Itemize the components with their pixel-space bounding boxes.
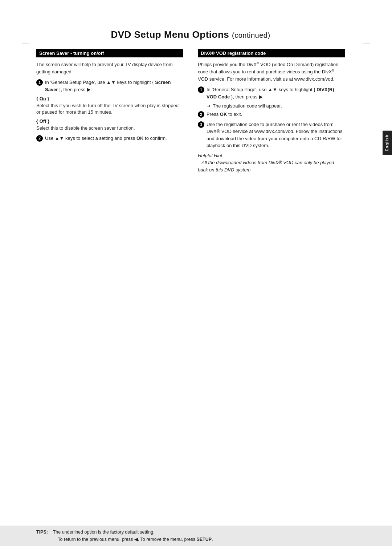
corner-mark-bottom-left xyxy=(22,551,29,555)
helpful-hint: Helpful Hint: – All the downloaded video… xyxy=(198,152,345,174)
divx-step1-number: 1 xyxy=(198,86,204,93)
divx-step3-number: 3 xyxy=(198,121,204,128)
two-column-layout: Screen Saver - turning on/off The screen… xyxy=(36,49,345,173)
divx-step1: 1 In 'General Setup Page', use ▲▼ keys t… xyxy=(198,86,345,100)
step1-text: In 'General Setup Page', use ▲▼ keys to … xyxy=(45,79,183,93)
page-title: DVD Setup Menu Options (continued) xyxy=(36,29,345,40)
helpful-hint-label: Helpful Hint: xyxy=(198,153,224,158)
helpful-hint-text: – All the downloaded videos from DivX® V… xyxy=(198,160,334,173)
english-tab: English xyxy=(383,131,392,155)
on-desc: Select this if you wish to turn off the … xyxy=(36,102,183,116)
divx-step3: 3 Use the registration code to purchase … xyxy=(198,121,345,149)
divx-step1-text: In 'General Setup Page', use ▲▼ keys to … xyxy=(207,86,345,100)
step2-text: Use ▲▼ keys to select a setting and pres… xyxy=(45,135,183,142)
divx-step3-text: Use the registration code to purchase or… xyxy=(207,121,345,149)
page-wrapper: English DVD Setup Menu Options (continue… xyxy=(0,29,392,555)
left-column: Screen Saver - turning on/off The screen… xyxy=(36,49,183,145)
tips-bar: TIPS: The underlined option is the facto… xyxy=(0,526,392,546)
divx-intro: Philips provide you the DivX® VOD (Video… xyxy=(198,61,345,82)
screen-saver-step2: 2 Use ▲▼ keys to select a setting and pr… xyxy=(36,135,183,142)
on-section: { On } Select this if you wish to turn o… xyxy=(36,96,183,116)
right-column: DivX® VOD registration code Philips prov… xyxy=(198,49,345,173)
divx-step2-text: Press OK to exit. xyxy=(207,111,345,118)
registration-code-note: ➜ The registration code will appear. xyxy=(207,103,345,109)
corner-mark-bottom-right xyxy=(363,551,370,555)
screen-saver-step1: 1 In 'General Setup Page', use ▲▼ keys t… xyxy=(36,79,183,93)
registration-note-text: The registration code will appear. xyxy=(213,103,282,109)
tips-label: TIPS: xyxy=(36,530,48,535)
corner-mark-top-left xyxy=(22,44,29,51)
divx-step2: 2 Press OK to exit. xyxy=(198,111,345,118)
screen-saver-intro: The screen saver will help to prevent yo… xyxy=(36,61,183,75)
off-section: { Off } Select this to disable the scree… xyxy=(36,118,183,131)
corner-mark-top-right xyxy=(363,44,370,51)
off-label: { Off } xyxy=(36,118,183,124)
main-content: DVD Setup Menu Options (continued) Scree… xyxy=(36,29,356,173)
arrow-symbol: ➜ xyxy=(207,103,211,109)
tips-underlined-option: underlined option xyxy=(62,530,97,535)
tips-line1: The underlined option is the factory def… xyxy=(53,530,155,535)
divx-header: DivX® VOD registration code xyxy=(198,49,345,57)
screen-saver-header: Screen Saver - turning on/off xyxy=(36,49,183,57)
on-label: { On } xyxy=(36,96,183,101)
divx-step2-number: 2 xyxy=(198,111,204,118)
step2-number: 2 xyxy=(36,135,43,142)
tips-line2: To return to the previous menu, press ◀.… xyxy=(58,537,213,542)
step1-number: 1 xyxy=(36,79,43,86)
off-desc: Select this to disable the screen saver … xyxy=(36,125,183,131)
